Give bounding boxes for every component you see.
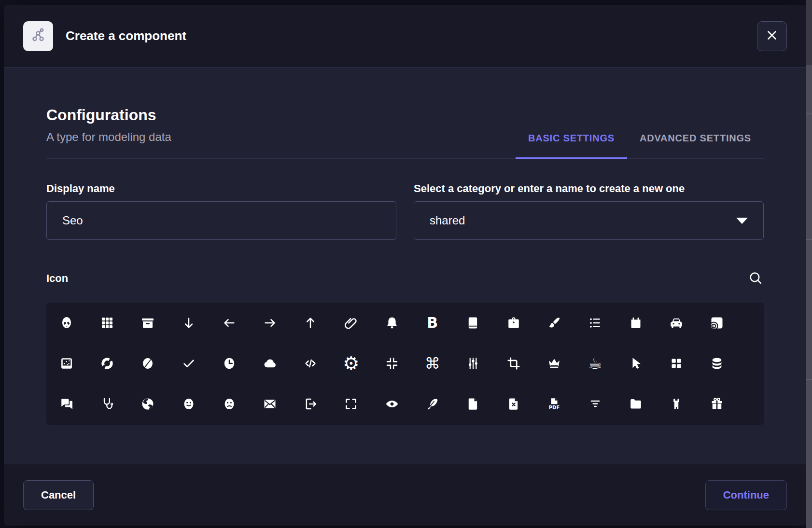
- icon-option-connector[interactable]: [458, 348, 488, 378]
- tab-basic-settings[interactable]: BASIC SETTINGS: [516, 133, 627, 158]
- expand-icon: [344, 397, 358, 411]
- icon-option-folder[interactable]: [621, 389, 651, 419]
- icon-option-code[interactable]: [295, 348, 325, 378]
- icon-option-file[interactable]: [458, 389, 488, 419]
- display-name-input[interactable]: [46, 201, 396, 240]
- tab-advanced-settings[interactable]: ADVANCED SETTINGS: [627, 133, 764, 158]
- create-component-modal: Create a component Configurations A type…: [4, 5, 806, 526]
- icon-option-discuss[interactable]: [52, 389, 82, 419]
- crop-icon: [506, 356, 521, 371]
- icon-option-apps[interactable]: [92, 308, 122, 338]
- chart-bubble-icon: [59, 356, 74, 371]
- icon-option-cursor[interactable]: [621, 348, 651, 378]
- check-icon: [182, 356, 196, 371]
- icon-option-gate[interactable]: [661, 389, 691, 419]
- icon-option-emotion-unhappy[interactable]: [214, 389, 244, 419]
- page-subtitle: A type for modeling data: [46, 129, 171, 145]
- gate-icon: [669, 397, 684, 411]
- icon-option-file-error[interactable]: [499, 389, 529, 419]
- crown-icon: [547, 356, 561, 371]
- icon-option-arrow-down[interactable]: [174, 308, 204, 338]
- icon-option-eye[interactable]: [377, 389, 407, 419]
- icon-option-cast[interactable]: [702, 308, 732, 338]
- icon-option-clock[interactable]: [214, 348, 244, 378]
- icon-option-emotion-happy[interactable]: [174, 389, 204, 419]
- divider: [806, 239, 812, 240]
- form-row: Display name Select a category or enter …: [46, 182, 764, 240]
- modal-footer: Cancel Continue: [4, 464, 806, 526]
- code-icon: [303, 356, 318, 371]
- icon-option-bold[interactable]: B: [418, 308, 448, 338]
- icon-option-crop[interactable]: [499, 348, 529, 378]
- icon-option-check[interactable]: [174, 348, 204, 378]
- icon-option-calendar[interactable]: [621, 308, 651, 338]
- icon-option-bullet-list[interactable]: [580, 308, 610, 338]
- icon-picker-label: Icon: [46, 272, 68, 285]
- icon-option-arrow-right[interactable]: [255, 308, 285, 338]
- icon-option-book[interactable]: [458, 308, 488, 338]
- arrow-right-icon: [263, 316, 277, 330]
- cog-icon: ⚙: [343, 354, 359, 373]
- icon-option-chart-bubble[interactable]: [52, 348, 82, 378]
- eye-icon: [385, 397, 399, 411]
- brush-icon: [547, 316, 561, 330]
- icon-option-cog[interactable]: ⚙: [336, 348, 366, 378]
- icon-option-earth[interactable]: [133, 389, 163, 419]
- modal-body: Configurations A type for modeling data …: [4, 68, 806, 464]
- cancel-button[interactable]: Cancel: [23, 480, 94, 510]
- category-field: Select a category or enter a name to cre…: [414, 182, 764, 240]
- chart-pie-icon: [140, 356, 155, 371]
- icon-grid: B⚙⌘☕PDF: [46, 303, 764, 425]
- icon-option-car[interactable]: [661, 308, 691, 338]
- icon-option-bell[interactable]: [377, 308, 407, 338]
- divider: [806, 379, 812, 380]
- clock-icon: [222, 356, 237, 371]
- icon-option-brush[interactable]: [539, 308, 569, 338]
- icon-option-database[interactable]: [702, 348, 732, 378]
- arrow-down-icon: [182, 316, 196, 330]
- icon-search-button[interactable]: [747, 270, 764, 287]
- icon-option-cloud[interactable]: [255, 348, 285, 378]
- category-label: Select a category or enter a name to cre…: [414, 182, 764, 195]
- icon-option-collapse[interactable]: [377, 348, 407, 378]
- chart-circle-icon: [100, 356, 114, 371]
- bell-icon: [385, 316, 399, 330]
- continue-button[interactable]: Continue: [705, 480, 787, 510]
- feather-icon: [425, 397, 440, 411]
- icon-option-arrow-up[interactable]: [295, 308, 325, 338]
- icon-option-cup[interactable]: ☕: [580, 348, 610, 378]
- icon-option-exit[interactable]: [295, 389, 325, 419]
- calendar-icon: [629, 316, 643, 330]
- icon-option-file-pdf[interactable]: PDF: [539, 389, 569, 419]
- component-icon-box: [23, 21, 53, 51]
- icon-option-command[interactable]: ⌘: [418, 348, 448, 378]
- dashboard-icon: [669, 356, 684, 371]
- icon-option-expand[interactable]: [336, 389, 366, 419]
- background-scrollbar[interactable]: [806, 0, 812, 528]
- icon-option-dashboard[interactable]: [661, 348, 691, 378]
- icon-option-gift[interactable]: [702, 389, 732, 419]
- filter-icon: [588, 397, 602, 411]
- category-select[interactable]: shared: [414, 201, 764, 240]
- modal-title: Create a component: [66, 28, 186, 43]
- icon-option-chart-circle[interactable]: [92, 348, 122, 378]
- divider: [806, 113, 812, 114]
- icon-option-crown[interactable]: [539, 348, 569, 378]
- icon-option-briefcase[interactable]: [499, 308, 529, 338]
- database-icon: [710, 356, 724, 371]
- icon-option-arrow-left[interactable]: [214, 308, 244, 338]
- icon-option-feather[interactable]: [418, 389, 448, 419]
- icon-option-envelop[interactable]: [255, 389, 285, 419]
- icon-option-attachment[interactable]: [336, 308, 366, 338]
- icon-option-alien[interactable]: [52, 308, 82, 338]
- cup-icon: ☕: [588, 356, 602, 371]
- icon-option-filter[interactable]: [580, 389, 610, 419]
- svg-text:PDF: PDF: [549, 405, 560, 410]
- category-select-value: shared: [430, 214, 465, 227]
- close-button[interactable]: [757, 21, 787, 51]
- envelop-icon: [263, 397, 277, 411]
- icon-option-archive[interactable]: [133, 308, 163, 338]
- icon-option-doctor[interactable]: [92, 389, 122, 419]
- icon-option-chart-pie[interactable]: [133, 348, 163, 378]
- apps-icon: [100, 316, 114, 330]
